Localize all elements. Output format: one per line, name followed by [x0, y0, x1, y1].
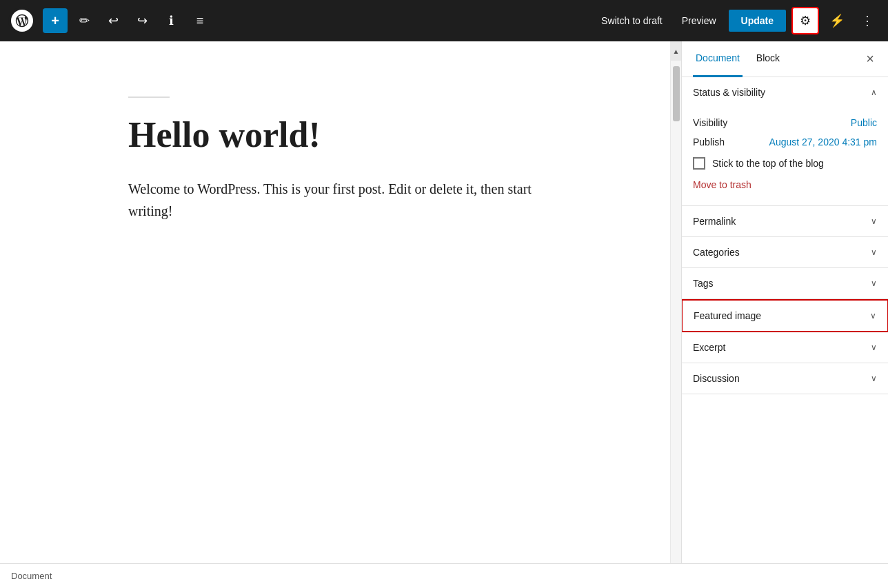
editor-scroll-wrapper: Hello world! Welcome to WordPress. This …	[0, 41, 681, 563]
close-icon: ×	[866, 51, 874, 66]
tab-document[interactable]: Document	[693, 41, 743, 77]
tags-chevron: ∨	[871, 278, 877, 288]
update-button[interactable]: Update	[729, 10, 786, 32]
stick-top-label: Stick to the top of the blog	[712, 158, 824, 169]
tags-panel-header[interactable]: Tags ∨	[682, 268, 888, 298]
post-title[interactable]: Hello world!	[128, 114, 542, 156]
wp-logo-icon	[14, 13, 30, 28]
discussion-panel: Discussion ∨	[682, 363, 888, 394]
categories-title: Categories	[693, 247, 740, 258]
permalink-panel-header[interactable]: Permalink ∨	[682, 206, 888, 236]
move-to-trash-button[interactable]: Move to trash	[693, 175, 751, 194]
undo-button[interactable]: ↩	[101, 8, 125, 33]
switch-to-draft-button[interactable]: Switch to draft	[594, 11, 669, 30]
visibility-label: Visibility	[693, 117, 727, 128]
redo-button[interactable]: ↪	[130, 8, 154, 33]
featured-image-panel-header[interactable]: Featured image ∨	[683, 301, 887, 331]
discussion-chevron: ∨	[871, 374, 877, 383]
status-visibility-panel-header[interactable]: Status & visibility ∧	[682, 77, 888, 108]
lightning-icon: ⚡	[829, 13, 845, 28]
stick-top-row: Stick to the top of the blog	[693, 152, 877, 175]
publish-label: Publish	[693, 136, 725, 148]
publish-value[interactable]: August 27, 2020 4:31 pm	[769, 136, 877, 148]
permalink-title: Permalink	[693, 216, 736, 227]
excerpt-chevron: ∨	[871, 343, 877, 352]
preview-button[interactable]: Preview	[675, 11, 723, 30]
info-icon: ℹ	[169, 13, 174, 28]
gear-icon: ⚙	[800, 13, 811, 28]
info-button[interactable]: ℹ	[159, 8, 183, 33]
list-view-button[interactable]: ≡	[188, 8, 212, 33]
bottom-bar: Document	[0, 563, 888, 588]
sidebar-header: Document Block ×	[682, 41, 888, 77]
excerpt-title: Excerpt	[693, 342, 725, 353]
publish-row: Publish August 27, 2020 4:31 pm	[693, 132, 877, 152]
tab-block[interactable]: Block	[754, 41, 783, 77]
visibility-row: Visibility Public	[693, 113, 877, 132]
visibility-value[interactable]: Public	[851, 117, 877, 128]
editor-scroll-up-button[interactable]: ▲	[671, 41, 681, 61]
featured-image-title: Featured image	[694, 310, 761, 321]
settings-button[interactable]: ⚙	[791, 7, 819, 34]
editor-scrollbar: ▲	[670, 41, 681, 563]
permalink-panel: Permalink ∨	[682, 206, 888, 237]
permalink-chevron: ∨	[871, 216, 877, 226]
discussion-panel-header[interactable]: Discussion ∨	[682, 363, 888, 394]
main-area: Hello world! Welcome to WordPress. This …	[0, 41, 888, 563]
add-block-button[interactable]: +	[43, 8, 68, 33]
sidebar-content[interactable]: Status & visibility ∧ Visibility Public …	[682, 77, 888, 563]
sidebar-close-button[interactable]: ×	[863, 48, 877, 70]
categories-panel: Categories ∨	[682, 237, 888, 268]
editor-main[interactable]: Hello world! Welcome to WordPress. This …	[0, 41, 670, 563]
editor-scroll-track	[671, 61, 681, 563]
status-visibility-body: Visibility Public Publish August 27, 202…	[682, 108, 888, 205]
add-icon: +	[51, 13, 59, 29]
post-body[interactable]: Welcome to WordPress. This is your first…	[128, 178, 542, 222]
editor-scroll-thumb[interactable]	[673, 66, 680, 121]
featured-image-panel: Featured image ∨	[682, 299, 888, 332]
toolbar: + ✏ ↩ ↪ ℹ ≡ Switch to draft Preview Upda…	[0, 0, 888, 41]
more-icon: ⋮	[861, 13, 874, 28]
status-visibility-title: Status & visibility	[693, 87, 765, 98]
tags-title: Tags	[693, 278, 714, 289]
sidebar: Document Block × Status & visibility ∧	[681, 41, 888, 563]
list-icon: ≡	[196, 14, 204, 28]
discussion-title: Discussion	[693, 373, 740, 384]
redo-icon: ↪	[137, 13, 148, 28]
lightning-button[interactable]: ⚡	[825, 8, 849, 33]
categories-chevron: ∨	[871, 247, 877, 257]
excerpt-panel-header[interactable]: Excerpt ∨	[682, 332, 888, 363]
more-options-button[interactable]: ⋮	[855, 8, 880, 33]
featured-image-chevron: ∨	[870, 311, 876, 321]
sidebar-tabs: Document Block	[693, 41, 863, 77]
wp-logo	[8, 7, 36, 34]
pencil-icon: ✏	[79, 13, 90, 28]
tags-panel: Tags ∨	[682, 268, 888, 299]
edit-button[interactable]: ✏	[72, 8, 97, 33]
toolbar-right: Switch to draft Preview Update ⚙ ⚡ ⋮	[594, 7, 880, 34]
excerpt-panel: Excerpt ∨	[682, 332, 888, 363]
stick-top-checkbox[interactable]	[693, 157, 705, 170]
editor-content: Hello world! Welcome to WordPress. This …	[59, 41, 611, 277]
editor-separator	[128, 97, 170, 98]
status-visibility-chevron-up: ∧	[871, 88, 877, 97]
undo-icon: ↩	[108, 13, 119, 28]
bottom-bar-label: Document	[11, 571, 52, 581]
categories-panel-header[interactable]: Categories ∨	[682, 237, 888, 267]
status-visibility-panel: Status & visibility ∧ Visibility Public …	[682, 77, 888, 206]
